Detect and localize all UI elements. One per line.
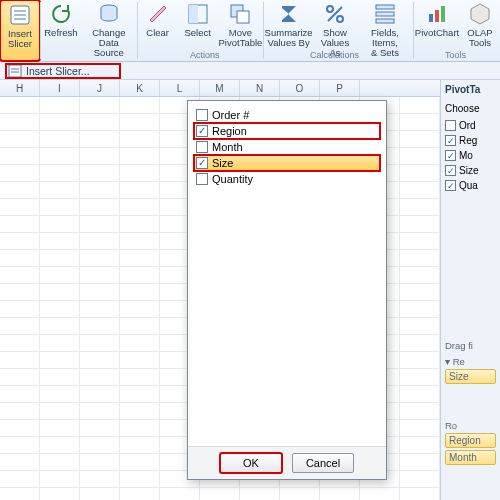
checkbox[interactable]: [196, 125, 208, 137]
filter-pill-size[interactable]: Size: [445, 369, 496, 384]
move-icon: [228, 2, 252, 26]
insert-slicer-menu-item[interactable]: Insert Slicer...: [6, 64, 120, 78]
column-header[interactable]: N: [240, 80, 280, 96]
field-row-month[interactable]: Month: [194, 139, 380, 155]
cancel-button[interactable]: Cancel: [292, 453, 354, 473]
insert-slicer-button[interactable]: Insert Slicer: [0, 0, 40, 61]
pivotchart-label: PivotChart: [415, 28, 459, 38]
svg-point-10: [337, 16, 343, 22]
checkbox[interactable]: [445, 120, 456, 131]
select-label: Select: [184, 28, 210, 38]
summarize-values-button[interactable]: Summarize Values By: [264, 0, 313, 61]
change-data-label: Change Data Source: [85, 28, 133, 58]
insert-slicers-dialog: Order #RegionMonthSizeQuantity OK Cancel: [187, 100, 387, 480]
filter-header: ▾ Re: [445, 356, 496, 367]
sidepane-drag-label: Drag fi: [445, 340, 496, 351]
sidepane-field-mo[interactable]: Mo: [445, 148, 496, 163]
column-header[interactable]: L: [160, 80, 200, 96]
field-label: Quantity: [212, 173, 253, 185]
sidepane-field-size[interactable]: Size: [445, 163, 496, 178]
clear-button[interactable]: Clear: [138, 0, 178, 61]
insert-slicer-label: Insert Slicer: [8, 29, 32, 49]
pivotchart-icon: [425, 2, 449, 26]
field-label: Region: [212, 125, 247, 137]
checkbox[interactable]: [196, 157, 208, 169]
svg-rect-17: [441, 6, 445, 22]
field-label: Qua: [459, 180, 478, 191]
ribbon: Insert Slicer Refresh Change Data Source…: [0, 0, 500, 62]
slicer-submenu: Insert Slicer...: [0, 62, 500, 80]
refresh-button[interactable]: Refresh: [41, 0, 81, 61]
field-label: Size: [212, 157, 233, 169]
field-label: Mo: [459, 150, 473, 161]
field-label: Month: [212, 141, 243, 153]
checkbox[interactable]: [445, 180, 456, 191]
field-label: Ord: [459, 120, 476, 131]
svg-rect-14: [376, 19, 394, 23]
column-header[interactable]: K: [120, 80, 160, 96]
field-row-quantity[interactable]: Quantity: [194, 171, 380, 187]
clear-label: Clear: [146, 28, 169, 38]
clear-icon: [146, 2, 170, 26]
olap-icon: [468, 2, 492, 26]
row-header: Ro: [445, 420, 496, 431]
field-label: Size: [459, 165, 478, 176]
fields-label: Fields, Items, & Sets: [361, 28, 409, 58]
group-label-calc: Calculations: [310, 50, 359, 60]
checkbox[interactable]: [445, 150, 456, 161]
sidepane-row-labels: Ro Region Month: [445, 420, 496, 465]
sidepane-field-ord[interactable]: Ord: [445, 118, 496, 133]
field-row-region[interactable]: Region: [194, 123, 380, 139]
sidepane-field-list: OrdRegMoSizeQua: [445, 118, 496, 193]
svg-rect-15: [429, 14, 433, 22]
sigma-icon: [277, 2, 301, 26]
svg-rect-16: [435, 10, 439, 22]
svg-rect-12: [376, 5, 394, 9]
group-label-tools: Tools: [445, 50, 466, 60]
checkbox[interactable]: [445, 135, 456, 146]
column-header[interactable]: P: [320, 80, 360, 96]
column-header[interactable]: H: [0, 80, 40, 96]
field-row-order[interactable]: Order #: [194, 107, 380, 123]
row-pill-month[interactable]: Month: [445, 450, 496, 465]
column-header[interactable]: I: [40, 80, 80, 96]
refresh-label: Refresh: [44, 28, 77, 38]
svg-line-11: [328, 7, 342, 21]
ok-button[interactable]: OK: [220, 453, 282, 473]
change-data-source-button[interactable]: Change Data Source: [81, 0, 137, 61]
column-headers: HIJKLMNOP: [0, 80, 460, 97]
field-row-size[interactable]: Size: [194, 155, 380, 171]
checkbox[interactable]: [196, 109, 208, 121]
olap-label: OLAP Tools: [467, 28, 492, 48]
checkbox[interactable]: [196, 173, 208, 185]
refresh-icon: [49, 2, 73, 26]
data-source-icon: [97, 2, 121, 26]
column-header[interactable]: J: [80, 80, 120, 96]
sidepane-field-reg[interactable]: Reg: [445, 133, 496, 148]
percent-icon: [323, 2, 347, 26]
sidepane-report-filter: ▾ Re Size: [445, 356, 496, 384]
field-label: Reg: [459, 135, 477, 146]
column-header[interactable]: O: [280, 80, 320, 96]
summarize-label: Summarize Values By: [265, 28, 313, 48]
column-header[interactable]: M: [200, 80, 240, 96]
pivottable-field-list: PivotTa Choose OrdRegMoSizeQua Drag fi ▾…: [440, 80, 500, 500]
sidepane-field-qua[interactable]: Qua: [445, 178, 496, 193]
svg-rect-8: [237, 11, 249, 23]
fields-items-sets-button[interactable]: Fields, Items, & Sets: [357, 0, 413, 61]
checkbox[interactable]: [196, 141, 208, 153]
slicer-mini-icon: [8, 64, 22, 78]
move-pivottable-button[interactable]: Move PivotTable: [218, 0, 264, 61]
sidepane-choose-label: Choose: [445, 103, 496, 114]
row-pill-region[interactable]: Region: [445, 433, 496, 448]
insert-slicer-menu-label: Insert Slicer...: [26, 65, 90, 77]
dialog-body: Order #RegionMonthSizeQuantity: [188, 101, 386, 446]
ribbon-groups: Insert Slicer Refresh Change Data Source…: [0, 0, 500, 61]
group-label-actions: Actions: [190, 50, 220, 60]
svg-rect-6: [189, 5, 198, 23]
fields-icon: [373, 2, 397, 26]
sidepane-title: PivotTa: [445, 84, 496, 95]
checkbox[interactable]: [445, 165, 456, 176]
svg-rect-18: [9, 65, 21, 77]
svg-point-9: [327, 6, 333, 12]
